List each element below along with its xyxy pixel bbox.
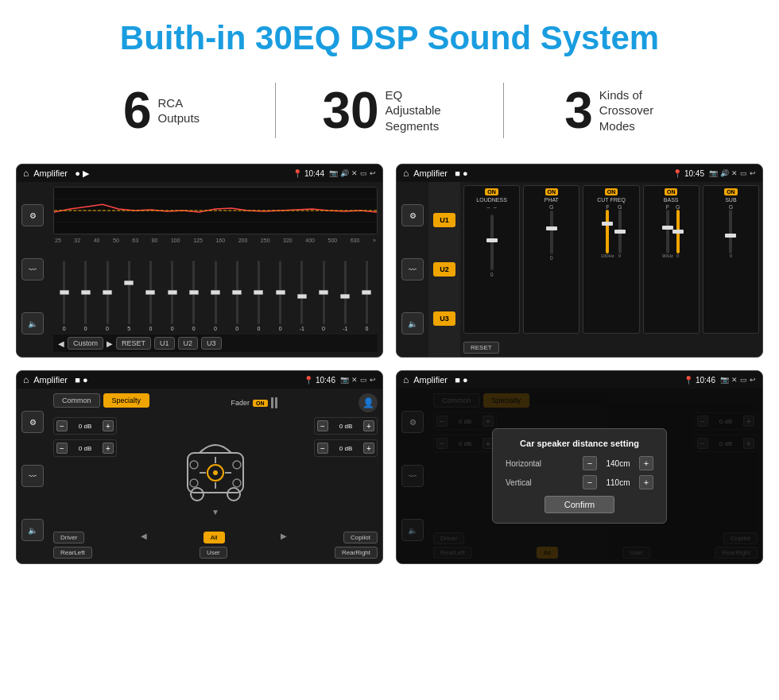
eq-track-4[interactable] <box>128 261 130 324</box>
eq-thumb-7[interactable] <box>189 290 199 295</box>
eq-track-14[interactable] <box>344 261 347 324</box>
eq-thumb-1[interactable] <box>60 290 69 295</box>
eq-track-7[interactable] <box>192 261 195 324</box>
amp-tune-btn[interactable]: ⚙ <box>401 204 424 226</box>
eq-thumb-6[interactable] <box>168 290 177 295</box>
amp-reset-btn[interactable]: RESET <box>463 342 499 354</box>
amp-bass-f-thumb[interactable] <box>662 226 673 230</box>
eq-track-2[interactable] <box>84 261 87 324</box>
dialog-home-icon[interactable]: ⌂ <box>403 374 409 385</box>
fader-right-arrow[interactable]: ▶ <box>281 532 287 543</box>
amp-sub-on[interactable]: ON <box>724 188 738 195</box>
amp-speaker-btn[interactable]: 🔈 <box>401 312 424 335</box>
dialog-back-icon[interactable]: ↩ <box>750 376 756 384</box>
amp-bass-on[interactable]: ON <box>665 188 678 195</box>
eq-track-3[interactable] <box>107 261 109 324</box>
amp-cutfreq-g-thumb[interactable] <box>614 230 626 234</box>
dialog-confirm-button[interactable]: Confirm <box>545 496 615 513</box>
eq-thumb-11[interactable] <box>276 290 285 295</box>
fader-common-tab[interactable]: Common <box>53 393 100 408</box>
amp-wave-btn[interactable]: 〰 <box>401 258 424 280</box>
fader-speaker-btn[interactable]: 🔈 <box>21 519 44 541</box>
fader-copilot-btn[interactable]: Copilot <box>343 532 378 543</box>
eq-thumb-5[interactable] <box>145 290 155 295</box>
eq-track-1[interactable] <box>63 261 65 324</box>
db-plus-3[interactable]: + <box>363 420 374 431</box>
amp-phat-slider[interactable] <box>550 211 553 254</box>
eq-track-11[interactable] <box>279 261 281 324</box>
db-minus-1[interactable]: − <box>56 420 68 431</box>
fader-tune-btn[interactable]: ⚙ <box>21 411 44 433</box>
eq-track-15[interactable] <box>366 261 368 324</box>
eq-thumb-12[interactable] <box>297 294 307 299</box>
dialog-horizontal-plus[interactable]: + <box>639 456 653 470</box>
fader-wave-btn[interactable]: 〰 <box>21 465 44 487</box>
dialog-vertical-minus[interactable]: − <box>583 475 597 489</box>
fader-back-icon[interactable]: ↩ <box>370 376 376 384</box>
amp-u2-btn[interactable]: U2 <box>433 262 455 277</box>
eq-track-12[interactable] <box>300 261 303 324</box>
amp-home-icon[interactable]: ⌂ <box>403 168 409 179</box>
eq-custom-btn[interactable]: Custom <box>68 337 103 350</box>
eq-track-6[interactable] <box>171 261 173 324</box>
fader-person-icon[interactable]: 👤 <box>358 393 378 412</box>
eq-thumb-8[interactable] <box>211 290 220 295</box>
eq-track-13[interactable] <box>323 261 325 324</box>
dialog-vertical-plus[interactable]: + <box>639 475 653 489</box>
eq-reset-btn[interactable]: RESET <box>116 337 151 350</box>
amp-cutfreq-on[interactable]: ON <box>605 188 618 195</box>
amp-loudness-on[interactable]: ON <box>485 188 498 195</box>
fader-all-btn[interactable]: All <box>203 532 225 543</box>
amp-sub-thumb[interactable] <box>725 234 736 238</box>
eq-u3-btn[interactable]: U3 <box>201 337 222 350</box>
fader-rearright-btn[interactable]: RearRight <box>335 547 378 559</box>
fader-rearleft-btn[interactable]: RearLeft <box>53 547 92 559</box>
eq-thumb-9[interactable] <box>232 290 242 295</box>
eq-thumb-13[interactable] <box>319 290 328 295</box>
amp-u1-btn[interactable]: U1 <box>433 213 455 227</box>
eq-tune-btn[interactable]: ⚙ <box>21 204 44 226</box>
amp-u3-btn[interactable]: U3 <box>433 311 455 326</box>
fader-specialty-tab[interactable]: Specialty <box>103 393 150 408</box>
amp-phat-on[interactable]: ON <box>545 188 559 195</box>
eq-prev-arrow[interactable]: ◀ <box>58 339 64 348</box>
db-plus-4[interactable]: + <box>363 443 374 454</box>
eq-track-10[interactable] <box>258 261 260 324</box>
fader-driver-btn[interactable]: Driver <box>53 532 84 543</box>
fader-left-arrow[interactable]: ◀ <box>141 532 147 543</box>
eq-thumb-4[interactable] <box>124 280 134 285</box>
amp-phat-thumb[interactable] <box>546 226 557 230</box>
eq-thumb-3[interactable] <box>103 290 112 295</box>
db-plus-1[interactable]: + <box>103 420 114 431</box>
eq-thumb-14[interactable] <box>340 294 350 299</box>
eq-u1-btn[interactable]: U1 <box>154 337 175 350</box>
eq-speaker-btn[interactable]: 🔈 <box>21 312 44 335</box>
amp-cutfreq-f-thumb[interactable] <box>602 222 613 226</box>
amp-back-icon[interactable]: ↩ <box>750 169 756 177</box>
db-control-1: − 0 dB + <box>53 417 117 435</box>
db-minus-4[interactable]: − <box>317 443 328 454</box>
eq-u2-btn[interactable]: U2 <box>178 337 199 350</box>
eq-thumb-10[interactable] <box>254 290 263 295</box>
eq-home-icon[interactable]: ⌂ <box>23 168 29 179</box>
eq-track-8[interactable] <box>215 261 217 324</box>
eq-back-icon[interactable]: ↩ <box>370 169 376 177</box>
eq-track-5[interactable] <box>149 261 152 324</box>
fader-home-icon[interactable]: ⌂ <box>23 374 29 385</box>
amp-cutfreq-f-slider[interactable] <box>606 210 609 253</box>
amp-cutfreq-g-slider[interactable] <box>618 210 622 253</box>
db-minus-3[interactable]: − <box>317 420 328 431</box>
dialog-horizontal-minus[interactable]: − <box>583 456 597 470</box>
eq-track-9[interactable] <box>236 261 238 324</box>
fader-on-badge[interactable]: ON <box>253 400 268 407</box>
eq-wave-btn[interactable]: 〰 <box>21 258 44 280</box>
fader-user-btn[interactable]: User <box>200 547 227 559</box>
eq-thumb-2[interactable] <box>81 290 91 295</box>
db-plus-2[interactable]: + <box>103 443 114 454</box>
eq-next-arrow[interactable]: ▶ <box>107 339 113 348</box>
eq-thumb-15[interactable] <box>362 290 371 295</box>
db-minus-2[interactable]: − <box>56 443 68 454</box>
amp-loudness-slider[interactable] <box>490 215 494 270</box>
amp-bass-g-thumb[interactable] <box>672 230 684 234</box>
amp-loudness-thumb[interactable] <box>486 238 498 242</box>
